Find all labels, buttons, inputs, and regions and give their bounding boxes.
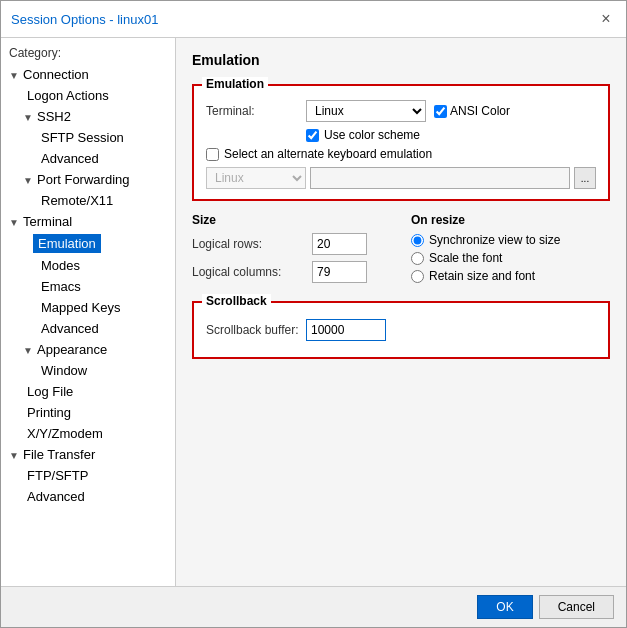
cancel-button[interactable]: Cancel — [539, 595, 614, 619]
use-color-scheme-label: Use color scheme — [324, 128, 420, 142]
logical-cols-label: Logical columns: — [192, 265, 312, 279]
sync-view-radio[interactable] — [411, 234, 424, 247]
use-color-scheme-row: Use color scheme — [206, 128, 596, 142]
scrollback-buffer-input[interactable] — [306, 319, 386, 341]
hostname-text: linux01 — [117, 12, 158, 27]
alternate-terminal-select[interactable]: Linux — [206, 167, 306, 189]
content-area: Category: ▼Connection Logon Actions ▼SSH… — [1, 38, 626, 586]
size-column: Size Logical rows: Logical columns: — [192, 213, 391, 289]
sidebar-item-modes[interactable]: Modes — [1, 255, 175, 276]
close-button[interactable]: × — [596, 9, 616, 29]
alt-keyboard-row: Select an alternate keyboard emulation — [206, 147, 596, 161]
retain-size-radio[interactable] — [411, 270, 424, 283]
sidebar-item-mapped-keys[interactable]: Mapped Keys — [1, 297, 175, 318]
category-label: Category: — [1, 44, 175, 64]
scrollback-group: Scrollback Scrollback buffer: — [192, 301, 610, 359]
scrollback-buffer-row: Scrollback buffer: — [206, 319, 596, 341]
logical-cols-input[interactable] — [312, 261, 367, 283]
logical-cols-row: Logical columns: — [192, 261, 391, 283]
sidebar-item-printing[interactable]: Printing — [1, 402, 175, 423]
ansi-color-checkbox[interactable] — [434, 105, 447, 118]
sidebar-item-advanced-ft[interactable]: Advanced — [1, 486, 175, 507]
ansi-color-checkbox-row[interactable]: ANSI Color — [434, 104, 510, 118]
scale-font-radio-row[interactable]: Scale the font — [411, 251, 610, 265]
terminal-select[interactable]: Linux — [306, 100, 426, 122]
ok-button[interactable]: OK — [477, 595, 532, 619]
sidebar-item-advanced-ssh2[interactable]: Advanced — [1, 148, 175, 169]
window-title: Session Options - linux01 — [11, 12, 158, 27]
title-text: Session Options - — [11, 12, 117, 27]
sidebar-item-file-transfer[interactable]: ▼File Transfer — [1, 444, 175, 465]
ansi-color-label: ANSI Color — [450, 104, 510, 118]
main-window: Session Options - linux01 × Category: ▼C… — [0, 0, 627, 628]
retain-size-label: Retain size and font — [429, 269, 535, 283]
emulation-group-title: Emulation — [202, 77, 268, 91]
dots-button[interactable]: ... — [574, 167, 596, 189]
sidebar-item-remote-x11[interactable]: Remote/X11 — [1, 190, 175, 211]
title-bar: Session Options - linux01 × — [1, 1, 626, 38]
sidebar-item-terminal[interactable]: ▼Terminal — [1, 211, 175, 232]
sidebar-item-emulation[interactable]: ▼Emulation — [1, 232, 175, 255]
scale-font-label: Scale the font — [429, 251, 502, 265]
main-panel: Emulation Emulation Terminal: Linux ANSI… — [176, 38, 626, 586]
retain-size-radio-row[interactable]: Retain size and font — [411, 269, 610, 283]
scrollback-title: Scrollback — [202, 294, 271, 308]
on-resize-title: On resize — [411, 213, 610, 227]
emulation-group: Emulation Terminal: Linux ANSI Color — [192, 84, 610, 201]
terminal-row: Terminal: Linux ANSI Color — [206, 100, 596, 122]
radio-group: Synchronize view to size Scale the font … — [411, 233, 610, 283]
sidebar-item-sftp-session[interactable]: SFTP Session — [1, 127, 175, 148]
alternate-input[interactable] — [310, 167, 570, 189]
size-resize-area: Size Logical rows: Logical columns: On r… — [192, 213, 610, 289]
scale-font-radio[interactable] — [411, 252, 424, 265]
sidebar-item-window[interactable]: Window — [1, 360, 175, 381]
bottom-bar: OK Cancel — [1, 586, 626, 627]
size-title: Size — [192, 213, 391, 227]
sidebar-item-port-forwarding[interactable]: ▼Port Forwarding — [1, 169, 175, 190]
sync-view-radio-row[interactable]: Synchronize view to size — [411, 233, 610, 247]
logical-rows-label: Logical rows: — [192, 237, 312, 251]
logical-rows-row: Logical rows: — [192, 233, 391, 255]
resize-column: On resize Synchronize view to size Scale… — [411, 213, 610, 289]
sync-view-label: Synchronize view to size — [429, 233, 560, 247]
sidebar-item-appearance[interactable]: ▼Appearance — [1, 339, 175, 360]
sidebar-item-log-file[interactable]: Log File — [1, 381, 175, 402]
sidebar-item-ssh2[interactable]: ▼SSH2 — [1, 106, 175, 127]
sidebar-item-emacs[interactable]: Emacs — [1, 276, 175, 297]
alt-keyboard-checkbox[interactable] — [206, 148, 219, 161]
sidebar-item-advanced-terminal[interactable]: Advanced — [1, 318, 175, 339]
sidebar: Category: ▼Connection Logon Actions ▼SSH… — [1, 38, 176, 586]
alt-keyboard-label: Select an alternate keyboard emulation — [224, 147, 432, 161]
alternate-row: Linux ... — [206, 167, 596, 189]
sidebar-item-logon-actions[interactable]: Logon Actions — [1, 85, 175, 106]
sidebar-item-connection[interactable]: ▼Connection — [1, 64, 175, 85]
section-title: Emulation — [192, 52, 610, 72]
use-color-scheme-checkbox[interactable] — [306, 129, 319, 142]
terminal-label: Terminal: — [206, 104, 306, 118]
logical-rows-input[interactable] — [312, 233, 367, 255]
scrollback-buffer-label: Scrollback buffer: — [206, 323, 306, 337]
sidebar-item-xy-zmodem[interactable]: X/Y/Zmodem — [1, 423, 175, 444]
sidebar-item-ftp-sftp[interactable]: FTP/SFTP — [1, 465, 175, 486]
